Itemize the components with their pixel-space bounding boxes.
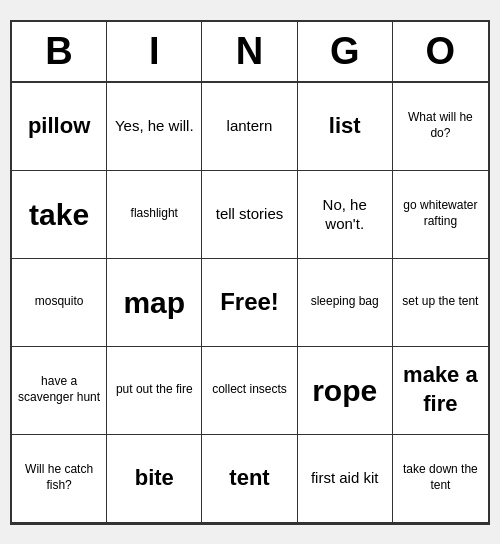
bingo-cell: map [107,259,202,347]
bingo-cell: mosquito [12,259,107,347]
header-letter: N [202,22,297,81]
bingo-grid: pillowYes, he will.lanternlistWhat will … [12,83,488,523]
bingo-cell: take down the tent [393,435,488,523]
bingo-cell: Yes, he will. [107,83,202,171]
bingo-cell: tell stories [202,171,297,259]
bingo-cell: tent [202,435,297,523]
bingo-header: BINGO [12,22,488,83]
bingo-cell: What will he do? [393,83,488,171]
bingo-card: BINGO pillowYes, he will.lanternlistWhat… [10,20,490,525]
bingo-cell: have a scavenger hunt [12,347,107,435]
bingo-cell: Free! [202,259,297,347]
bingo-cell: go whitewater rafting [393,171,488,259]
bingo-cell: list [298,83,393,171]
bingo-cell: rope [298,347,393,435]
bingo-cell: put out the fire [107,347,202,435]
bingo-cell: make a fire [393,347,488,435]
header-letter: O [393,22,488,81]
header-letter: I [107,22,202,81]
header-letter: B [12,22,107,81]
bingo-cell: collect insects [202,347,297,435]
bingo-cell: take [12,171,107,259]
bingo-cell: flashlight [107,171,202,259]
bingo-cell: set up the tent [393,259,488,347]
bingo-cell: first aid kit [298,435,393,523]
bingo-cell: No, he won't. [298,171,393,259]
bingo-cell: sleeping bag [298,259,393,347]
header-letter: G [298,22,393,81]
bingo-cell: Will he catch fish? [12,435,107,523]
bingo-cell: pillow [12,83,107,171]
bingo-cell: lantern [202,83,297,171]
bingo-cell: bite [107,435,202,523]
